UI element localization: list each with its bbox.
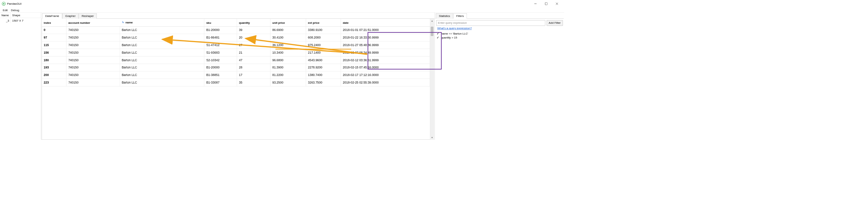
cell-unit-price[interactable]: 96.6800 bbox=[271, 56, 306, 64]
cell-quantity[interactable]: 39 bbox=[237, 26, 271, 34]
table-row[interactable]: 97740150Barton LLCB1-864812030.4100608.2… bbox=[42, 34, 430, 41]
cell-sku[interactable]: S1-93683 bbox=[204, 49, 237, 57]
checkmark-icon[interactable]: ✓ bbox=[437, 32, 440, 35]
cell-ext-price[interactable]: 975.2400 bbox=[306, 41, 341, 49]
col-header-shape[interactable]: Shape bbox=[11, 13, 41, 18]
query-help-link[interactable]: What's a query expression? bbox=[435, 27, 564, 31]
cell-sku[interactable]: B1-33087 bbox=[204, 79, 237, 86]
cell-date[interactable]: 2018-02-12 03:36:51.9999 bbox=[341, 56, 430, 64]
cell-sku[interactable]: B1-86481 bbox=[204, 34, 237, 41]
menu-debug[interactable]: Debug bbox=[9, 8, 21, 12]
cell-quantity[interactable]: 20 bbox=[237, 34, 271, 41]
cell-unit-price[interactable]: 93.2500 bbox=[271, 79, 306, 86]
scroll-down-arrow[interactable]: ▼ bbox=[430, 135, 434, 139]
add-filter-button[interactable]: Add Filter bbox=[546, 20, 563, 26]
cell-ext-price[interactable]: 2278.9200 bbox=[306, 64, 341, 71]
cell-sku[interactable]: S2-10342 bbox=[204, 56, 237, 64]
filter-item[interactable]: ✓quantity > 15 bbox=[437, 36, 563, 40]
cell-unit-price[interactable]: 10.3400 bbox=[271, 49, 306, 57]
col-header-sku[interactable]: sku bbox=[204, 19, 237, 26]
cell-date[interactable]: 2018-01-22 16:33:50.9999 bbox=[341, 34, 430, 41]
table-row[interactable]: 0740150Barton LLCB1-200003986.69003380.9… bbox=[42, 26, 430, 34]
menu-edit[interactable]: Edit bbox=[1, 8, 9, 12]
cell-quantity[interactable]: 21 bbox=[237, 49, 271, 57]
tab-grapher[interactable]: Grapher bbox=[62, 13, 79, 19]
cell-name[interactable]: Barton LLC bbox=[120, 71, 204, 79]
cell-sku[interactable]: B1-20000 bbox=[204, 26, 237, 34]
col-header-quantity[interactable]: quantity bbox=[237, 19, 271, 26]
scroll-thumb[interactable] bbox=[431, 27, 433, 36]
cell-index[interactable]: 156 bbox=[42, 49, 66, 57]
cell-account-number[interactable]: 740150 bbox=[66, 49, 119, 57]
checkmark-icon[interactable]: ✓ bbox=[437, 36, 440, 39]
cell-name[interactable]: Barton LLC bbox=[120, 41, 204, 49]
cell-index[interactable]: 180 bbox=[42, 56, 66, 64]
cell-ext-price[interactable]: 3263.7500 bbox=[306, 79, 341, 86]
tab-reshaper[interactable]: Reshaper bbox=[78, 13, 97, 19]
cell-unit-price[interactable]: 81.3900 bbox=[271, 64, 306, 71]
close-button[interactable] bbox=[551, 0, 562, 7]
cell-name[interactable]: Barton LLC bbox=[120, 64, 204, 71]
cell-date[interactable]: 2018-01-01 07:21:51.0000 bbox=[341, 26, 430, 34]
cell-index[interactable]: 97 bbox=[42, 34, 66, 41]
tab-dataframe[interactable]: DataFrame bbox=[42, 13, 62, 19]
cell-date[interactable]: 2018-02-17 17:12:16.0000 bbox=[341, 71, 430, 79]
cell-ext-price[interactable]: 217.1400 bbox=[306, 49, 341, 57]
table-row[interactable]: 193740150Barton LLCB1-200002881.39002278… bbox=[42, 64, 430, 71]
maximize-button[interactable] bbox=[541, 0, 551, 7]
table-row[interactable]: 200740150Barton LLCB1-388511781.22001380… bbox=[42, 71, 430, 79]
cell-ext-price[interactable]: 3380.9100 bbox=[306, 26, 341, 34]
cell-account-number[interactable]: 740150 bbox=[66, 34, 119, 41]
cell-date[interactable]: 2018-02-25 02:55:39.0000 bbox=[341, 79, 430, 86]
cell-quantity[interactable]: 35 bbox=[237, 79, 271, 86]
cell-unit-price[interactable]: 30.4100 bbox=[271, 34, 306, 41]
col-header-account-number[interactable]: account number bbox=[66, 19, 119, 26]
col-header-ext-price[interactable]: ext price bbox=[306, 19, 341, 26]
cell-unit-price[interactable]: 36.1200 bbox=[271, 41, 306, 49]
cell-name[interactable]: Barton LLC bbox=[120, 56, 204, 64]
table-row[interactable]: 180740150Barton LLCS2-103424796.68004543… bbox=[42, 56, 430, 64]
cell-index[interactable]: 115 bbox=[42, 41, 66, 49]
col-header-index[interactable]: index bbox=[42, 19, 66, 26]
cell-account-number[interactable]: 740150 bbox=[66, 41, 119, 49]
cell-name[interactable]: Barton LLC bbox=[120, 26, 204, 34]
table-row[interactable]: 115740150Barton LLCS1-474122736.1200975.… bbox=[42, 41, 430, 49]
filter-input[interactable] bbox=[436, 20, 545, 26]
cell-unit-price[interactable]: 81.2200 bbox=[271, 71, 306, 79]
cell-name[interactable]: Barton LLC bbox=[120, 34, 204, 41]
cell-quantity[interactable]: 28 bbox=[237, 64, 271, 71]
scroll-up-arrow[interactable]: ▲ bbox=[430, 19, 434, 23]
cell-date[interactable]: 2018-02-07 08:34:49.9999 bbox=[341, 49, 430, 57]
cell-date[interactable]: 2018-01-27 05:48:36.9999 bbox=[341, 41, 430, 49]
cell-name[interactable]: Barton LLC bbox=[120, 79, 204, 86]
cell-index[interactable]: 200 bbox=[42, 71, 66, 79]
col-header-date[interactable]: date bbox=[341, 19, 430, 26]
cell-sku[interactable]: S1-47412 bbox=[204, 41, 237, 49]
cell-account-number[interactable]: 740150 bbox=[66, 56, 119, 64]
cell-ext-price[interactable]: 4543.9600 bbox=[306, 56, 341, 64]
table-row[interactable]: 156740150Barton LLCS1-936832110.3400217.… bbox=[42, 49, 430, 57]
tab-statistics[interactable]: Statistics bbox=[436, 13, 453, 19]
cell-sku[interactable]: B1-38851 bbox=[204, 71, 237, 79]
table-row[interactable]: 223740150Barton LLCB1-330873593.25003263… bbox=[42, 79, 430, 86]
cell-sku[interactable]: B1-20000 bbox=[204, 64, 237, 71]
cell-date[interactable]: 2018-02-15 07:45:16.0000 bbox=[341, 64, 430, 71]
vertical-scrollbar[interactable]: ▲ ▼ bbox=[430, 19, 434, 139]
cell-quantity[interactable]: 17 bbox=[237, 71, 271, 79]
col-header-unit-price[interactable]: unit price bbox=[271, 19, 306, 26]
cell-index[interactable]: 0 bbox=[42, 26, 66, 34]
cell-ext-price[interactable]: 1380.7400 bbox=[306, 71, 341, 79]
dataframe-list-row[interactable]: _3 1507 X 7 bbox=[0, 18, 41, 23]
cell-name[interactable]: Barton LLC bbox=[120, 49, 204, 57]
minimize-button[interactable] bbox=[530, 0, 541, 7]
col-header-name[interactable]: Name bbox=[0, 13, 11, 18]
cell-account-number[interactable]: 740150 bbox=[66, 64, 119, 71]
cell-index[interactable]: 193 bbox=[42, 64, 66, 71]
cell-account-number[interactable]: 740150 bbox=[66, 71, 119, 79]
cell-index[interactable]: 223 bbox=[42, 79, 66, 86]
cell-ext-price[interactable]: 608.2000 bbox=[306, 34, 341, 41]
filter-item[interactable]: ✓name == 'Barton LLC' bbox=[437, 31, 563, 36]
col-header-name[interactable]: name bbox=[120, 19, 204, 26]
cell-unit-price[interactable]: 86.6900 bbox=[271, 26, 306, 34]
cell-quantity[interactable]: 27 bbox=[237, 41, 271, 49]
